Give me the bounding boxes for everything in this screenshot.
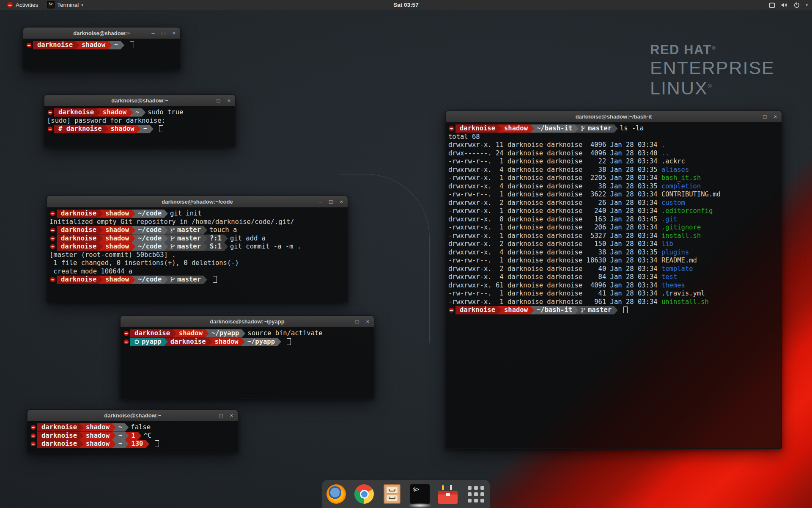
minimize-button[interactable]: – — [345, 319, 348, 324]
close-button[interactable]: × — [366, 319, 369, 324]
ls-entry-name: themes — [661, 282, 685, 289]
terminal-body[interactable]: darknoiseshadow~/codegit initInitialized… — [47, 207, 348, 286]
terminal-window-home-2[interactable]: darknoise@shadow:~–□×darknoiseshadow~fal… — [27, 409, 238, 453]
prompt-host-segment: shadow — [208, 338, 245, 346]
ls-entry-details: -rw-rw-r--. 1 darknoise darknoise 22 Jan… — [447, 157, 661, 165]
window-titlebar[interactable]: darknoise@shadow:~–□× — [44, 95, 235, 106]
minimize-button[interactable]: – — [151, 30, 154, 36]
ls-entry-name: lib — [661, 240, 673, 248]
terminal-body[interactable]: darknoiseshadow~/bash-itmasterls -latota… — [446, 122, 782, 317]
terminal-body[interactable]: darknoiseshadow~ — [23, 39, 180, 52]
terminal-line: -rwxrwxr-x. 1 darknoise darknoise 2205 J… — [447, 174, 780, 182]
minimize-button[interactable]: – — [209, 413, 212, 418]
prompt-host-segment: shadow — [99, 276, 135, 284]
ls-entry-details: drwxrwxr-x. 11 darknoise darknoise 4096 … — [447, 141, 661, 149]
dock-item-firefox[interactable] — [326, 484, 346, 504]
dock-item-toolbox[interactable] — [438, 484, 458, 504]
minimize-button[interactable]: – — [753, 114, 756, 119]
ls-entry-details: drwxrwxr-x. 4 darknoise darknoise 38 Jan… — [447, 166, 661, 174]
ls-entry-name: template — [661, 265, 693, 273]
window-titlebar[interactable]: darknoise@shadow:~–□× — [23, 28, 180, 39]
command-text: touch a — [209, 226, 237, 234]
output-text: create mode 100644 a — [48, 268, 132, 275]
git-branch-icon — [170, 244, 175, 249]
ls-entry-name: test — [661, 273, 677, 281]
minimize-button[interactable]: – — [206, 98, 209, 103]
prompt-path-segment: ~/bash-it — [530, 306, 579, 315]
maximize-button[interactable]: □ — [219, 413, 223, 418]
power-icon[interactable] — [794, 2, 800, 8]
maximize-button[interactable]: □ — [162, 30, 165, 36]
registered-mark: ® — [712, 45, 716, 51]
window-titlebar[interactable]: darknoise@shadow:~/bash-it–□× — [446, 111, 782, 122]
maximize-button[interactable]: □ — [329, 199, 333, 204]
close-button[interactable]: × — [172, 30, 176, 36]
terminal-line: darknoiseshadow~/pyappsource bin/activat… — [122, 329, 373, 338]
activities-button[interactable]: Activities — [3, 0, 41, 10]
ls-entry-details: drwxrwxr-x. 2 darknoise darknoise 40 Jan… — [447, 265, 661, 273]
system-menu-chevron-icon[interactable]: ▾ — [806, 3, 808, 7]
ls-entry-details: drwx------. 24 darknoise darknoise 4096 … — [447, 149, 661, 157]
redhat-prompt-icon — [48, 210, 57, 218]
window-titlebar[interactable]: darknoise@shadow:~/code–□× — [47, 196, 348, 207]
prompt-host-segment: shadow — [498, 306, 534, 315]
ls-entry-details: drwxrwxr-x. 4 darknoise darknoise 84 Jan… — [447, 273, 661, 281]
maximize-button[interactable]: □ — [356, 319, 359, 324]
terminal-body[interactable]: darknoiseshadow~sudo true[sudo] password… — [44, 106, 235, 135]
terminal-line: drwxrwxr-x. 2 darknoise darknoise 40 Jan… — [447, 265, 780, 273]
close-button[interactable]: × — [340, 199, 343, 204]
dock-item-chrome[interactable] — [354, 484, 374, 504]
prompt-host-segment: shadow — [99, 210, 135, 218]
terminal-line: total 68 — [447, 133, 780, 141]
prompt-user-segment: darknoise — [455, 306, 502, 315]
terminal-window-bash-it[interactable]: darknoise@shadow:~/bash-it–□×darknoisesh… — [445, 110, 782, 449]
close-button[interactable]: × — [230, 413, 233, 418]
terminal-line: darknoiseshadow~/codemaster — [48, 276, 346, 284]
ls-entry-details: -rw-rw-r--. 1 darknoise darknoise 18630 … — [447, 257, 661, 264]
terminal-window-pyapp[interactable]: darknoise@shadow:~/pyapp–□×darknoiseshad… — [120, 315, 374, 399]
window-titlebar[interactable]: darknoise@shadow:~/pyapp–□× — [121, 316, 374, 327]
git-branch-icon — [170, 236, 175, 241]
terminal-window-code[interactable]: darknoise@shadow:~/code–□×darknoiseshado… — [47, 196, 348, 302]
ls-entry-name: aliases — [661, 166, 689, 174]
redhat-prompt-icon — [29, 423, 37, 432]
terminal-line: -rw-rw-r--. 1 darknoise darknoise 18630 … — [447, 257, 780, 265]
redhat-prompt-icon — [122, 329, 130, 338]
clock[interactable]: Sat 03:57 — [393, 2, 418, 8]
terminal-line: drwxrwxr-x. 2 darknoise darknoise 150 Ja… — [447, 240, 780, 248]
app-menu-terminal[interactable]: $> Terminal ▾ — [44, 0, 87, 10]
terminal-body[interactable]: darknoiseshadow~/pyappsource bin/activat… — [121, 327, 374, 348]
terminal-line: darknoiseshadow~ — [25, 41, 179, 50]
window-title: darknoise@shadow:~ — [111, 97, 168, 104]
terminal-cursor — [287, 338, 291, 345]
terminal-line: drwxrwxr-x. 2 darknoise darknoise 26 Jan… — [447, 199, 780, 207]
prompt-host-segment: shadow — [75, 41, 112, 50]
screen-share-icon[interactable] — [769, 3, 775, 8]
dock-item-terminal[interactable]: $> — [410, 484, 430, 504]
terminal-icon: $> — [410, 484, 430, 504]
terminal-line: drwxrwxr-x. 4 darknoise darknoise 38 Jan… — [447, 182, 780, 191]
maximize-button[interactable]: □ — [763, 114, 767, 119]
close-button[interactable]: × — [774, 114, 777, 119]
terminal-window-sudo[interactable]: darknoise@shadow:~–□×darknoiseshadow~sud… — [44, 94, 236, 147]
ls-entry-details: drwxrwxr-x. 61 darknoise darknoise 4096 … — [447, 282, 661, 289]
terminal-line: drwxrwxr-x. 4 darknoise darknoise 38 Jan… — [447, 248, 780, 257]
prompt-user-segment: darknoise — [130, 329, 176, 338]
ls-entry-details: drwxrwxr-x. 4 darknoise darknoise 38 Jan… — [447, 248, 661, 256]
terminal-body[interactable]: darknoiseshadow~falsedarknoiseshadow~1^C… — [27, 421, 238, 450]
ls-entry-details: -rwxrwxr-x. 1 darknoise darknoise 5327 J… — [447, 232, 661, 240]
close-button[interactable]: × — [227, 98, 230, 103]
terminal-line: -rw-rw-r--. 1 darknoise darknoise 41 Jan… — [447, 290, 780, 298]
terminal-line: drwx------. 24 darknoise darknoise 4096 … — [447, 149, 780, 158]
terminal-line: darknoiseshadow~/codemasterS:1git commit… — [48, 243, 346, 251]
window-titlebar[interactable]: darknoise@shadow:~–□× — [27, 410, 238, 421]
terminal-line: darknoiseshadow~/codemastertouch a — [48, 226, 346, 235]
redhat-prompt-icon — [48, 235, 57, 243]
maximize-button[interactable]: □ — [217, 98, 220, 103]
dock-item-file-manager[interactable] — [382, 484, 402, 504]
terminal-window-home-1[interactable]: darknoise@shadow:~–□×darknoiseshadow~ — [23, 27, 181, 70]
volume-icon[interactable] — [781, 2, 788, 8]
prompt-user-segment: darknoise — [57, 243, 103, 251]
minimize-button[interactable]: – — [319, 199, 322, 204]
dock-item-app-grid[interactable] — [466, 484, 486, 504]
